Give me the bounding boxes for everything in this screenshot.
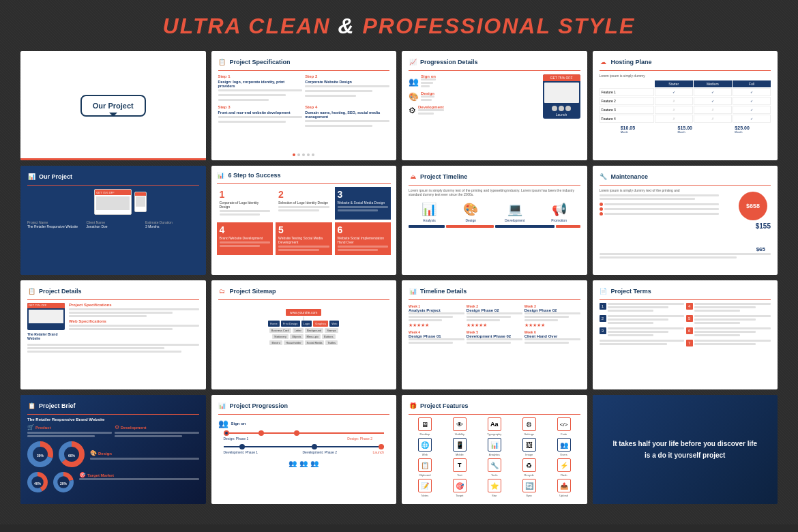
- maint-title: Maintenance: [611, 173, 649, 180]
- slide-header: 📊 Our Project: [27, 173, 199, 181]
- details-title: Project Details: [39, 288, 82, 295]
- feature-flash: ⚡ Flash: [548, 458, 580, 477]
- feature-upload: 📤 Upload: [548, 479, 580, 497]
- slide-maintenance[interactable]: 🔧 Maintenance Lorem ipsum is simply dumm…: [593, 166, 778, 275]
- week-3: Week 3 Design Phase 02 ★★★★★: [524, 304, 580, 328]
- week-5: Week 5 Development Phase 02: [467, 330, 522, 345]
- feature-text: T Text: [443, 458, 476, 477]
- progression-timeline-2: Development: Phase 1 Development: Phase …: [224, 446, 385, 454]
- feature-visibility: 👁 Visibility: [443, 417, 476, 436]
- price-display: $658 $155 $65: [723, 188, 771, 216]
- spec-icon: 📋: [218, 58, 226, 66]
- spec-item-1: Step 1 Design: logo, corporate identity,…: [218, 74, 303, 102]
- timeline-icon: ⛰: [409, 173, 417, 181]
- slide-6-steps[interactable]: 📊 6 Step to Success 1 Corporate of Logo …: [211, 166, 397, 275]
- title-ultra: ULTRA CLEAN: [163, 14, 331, 38]
- week-2: Week 2 Design Phase 02 ★★★★★: [467, 304, 522, 328]
- feature-web: 🌐 Web: [409, 438, 441, 456]
- slide-project-timeline[interactable]: ⛰ Project Timeline Lorem ipsum is simply…: [402, 166, 587, 275]
- steps-grid: 1 Corporate of Logo Identity Design 2 Se…: [217, 187, 391, 255]
- slide-our-project-white[interactable]: Our Project: [20, 51, 206, 160]
- week-1: Week 1 Analysis Project ★★★★★: [409, 304, 464, 328]
- device-display: GET 75% OFF: [27, 189, 199, 215]
- slide-our-project-blue[interactable]: 📊 Our Project GET 75% OFF: [20, 166, 206, 275]
- slide-header: 🔧 Maintenance: [600, 173, 771, 181]
- slide-header: 📋 Project Specification: [218, 58, 390, 66]
- title-professional: PROFESSIONAL STYLE: [362, 14, 635, 38]
- feature-star: ⭐ Star: [478, 479, 511, 497]
- step-5: 5 Website Testing Social Media Developme…: [276, 222, 332, 255]
- page-title: ULTRA CLEAN & PROFESSIONAL STYLE: [20, 14, 778, 39]
- slide-project-brief[interactable]: 📋 Project Brief The Retailer Responsive …: [20, 395, 206, 504]
- slide-hosting-plane[interactable]: ☁ Hosting Plane Lorem ipsum is simply du…: [593, 51, 778, 160]
- hosting-title: Hosting Plane: [611, 59, 652, 65]
- pricing-footer: $10.05Month $15.00Month $25.00Month: [600, 125, 771, 134]
- slide-project-specification[interactable]: 📋 Project Specification Step 1 Design: l…: [211, 51, 397, 160]
- spec-item-4: Step 4 Domain name, hosting, SEO, social…: [305, 105, 389, 128]
- step-4: 4 Brand Website Development: [217, 222, 274, 255]
- weeks-grid: Week 1 Analysis Project ★★★★★ Week 2 Des…: [409, 304, 580, 345]
- slide-header: 🗂 Project Sitemap: [218, 287, 390, 295]
- pricing-table: Starter Medium Full Feature 1 ✓ ✓ ✓ Feat…: [600, 80, 771, 123]
- slide-header: 🎁 Project Features: [409, 402, 580, 410]
- progression-timeline: Design: Phase 1 Design: Phase 2: [224, 432, 385, 441]
- launch-icons: 👥 👥 👥: [218, 460, 390, 467]
- feature-sync: 🔄 Sync: [513, 479, 546, 497]
- page-background: ULTRA CLEAN & PROFESSIONAL STYLE Our Pro…: [0, 0, 798, 524]
- sitemap-title: Project Sitemap: [230, 288, 276, 295]
- slide-header: 📊 Timeline Details: [409, 287, 580, 295]
- maint-icon: 🔧: [600, 173, 608, 181]
- slide-header: 📊 6 Step to Success: [217, 171, 391, 179]
- slide-project-sitemap[interactable]: 🗂 Project Sitemap www.yoursite.com Home …: [211, 280, 397, 389]
- feature-typography: Aa Typography: [478, 417, 511, 436]
- progression-content: 👥 Sign on 🎨 Design: [409, 74, 580, 119]
- slide-timeline-details[interactable]: 📊 Timeline Details Week 1 Analysis Proje…: [402, 280, 587, 389]
- details-icon: 📋: [27, 287, 35, 295]
- feature-notes: 📝 Notes: [409, 479, 441, 497]
- spec-item-2: Step 2 Corporate Website Design: [305, 74, 389, 102]
- features-icon: 🎁: [409, 402, 417, 410]
- quote-text: It takes half your life before you disco…: [612, 438, 757, 461]
- prog2-title: Project Progression: [230, 402, 289, 409]
- spec-title: Project Specification: [230, 59, 291, 65]
- steps-title: 6 Step to Success: [228, 172, 281, 179]
- timeline-phases: 📊 Analysis 🎨 Design 💻 Development 📢 Prom…: [409, 202, 580, 222]
- prog2-icon: 📊: [218, 402, 226, 410]
- title-amp: &: [331, 14, 363, 38]
- step-3: 3 Website & Social Media Design: [335, 187, 391, 220]
- term-7: 7: [686, 340, 771, 346]
- proj-title: Our Project: [39, 173, 72, 180]
- slide-project-details[interactable]: 📋 Project Details GET 75% OFF The Retail…: [20, 280, 206, 389]
- step-1: 1 Corporate of Logo Identity Design: [217, 187, 274, 220]
- feature-clipboard: 📋 Clipboard: [409, 458, 441, 477]
- timeline-bars: [409, 225, 580, 228]
- terms-icon: 📄: [600, 287, 608, 295]
- slide-header: 📋 Project Details: [27, 287, 199, 295]
- slide-project-features[interactable]: 🎁 Project Features 🖥 Desktop 👁 Visibilit…: [402, 395, 587, 504]
- slide-progression-details[interactable]: 📈 Progression Details 👥 Sign on: [402, 51, 587, 160]
- prog-icon: 📈: [409, 58, 417, 66]
- slide-header: ⛰ Project Timeline: [409, 173, 580, 181]
- project-info: Project Name The Retailer Responsive Web…: [27, 220, 199, 228]
- terms-title: Project Terms: [611, 288, 651, 295]
- feature-target: 🎯 Target: [443, 479, 476, 497]
- slide-project-terms[interactable]: 📄 Project Terms 1 4: [593, 280, 778, 389]
- slide-quote[interactable]: It takes half your life before you disco…: [593, 395, 778, 504]
- sitemap-icon: 🗂: [218, 287, 226, 295]
- nav-dots: [211, 153, 397, 156]
- slide-project-progression[interactable]: 📊 Project Progression 👥 Sign on: [211, 395, 397, 504]
- slide-header: 📊 Project Progression: [218, 402, 390, 410]
- brief-sections: 🛒 Product ⚙ Development: [27, 424, 199, 439]
- sign-on-row: 👥 Sign on: [218, 419, 390, 428]
- brief-title: Project Brief: [39, 402, 76, 409]
- td-icon: 📊: [409, 287, 417, 295]
- slides-grid: Our Project 📋 Project Specification Step…: [20, 51, 778, 504]
- divider-line: [218, 70, 390, 71]
- features-title: Project Features: [420, 402, 469, 409]
- feature-tools: 🔧 Tools: [478, 458, 511, 477]
- sitemap-tree: www.yoursite.com Home Print Design Login…: [218, 304, 390, 345]
- features-grid: 🖥 Desktop 👁 Visibility Aa Typography ⚙ S…: [409, 417, 580, 497]
- slide-header: ☁ Hosting Plane: [600, 58, 771, 66]
- term-4: 4: [686, 303, 771, 313]
- spec-item-3: Step 3 Front and rear-end website develo…: [218, 105, 303, 128]
